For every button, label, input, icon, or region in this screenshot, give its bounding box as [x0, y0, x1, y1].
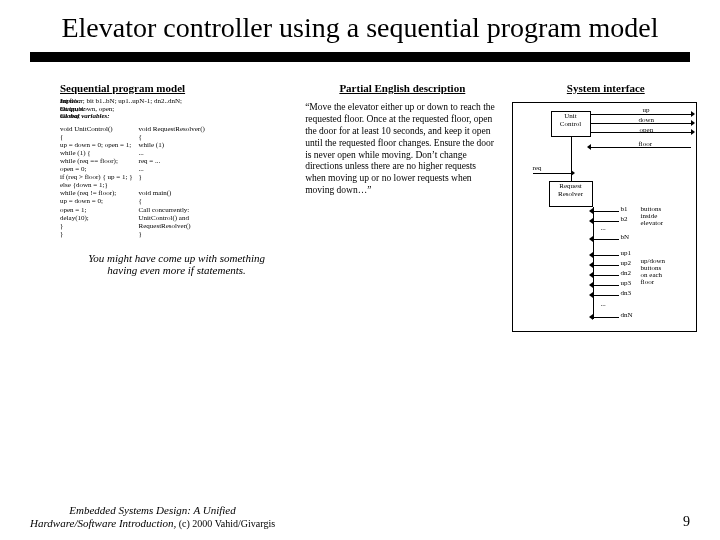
- label-up2: up2: [621, 260, 632, 267]
- wire-b2: [593, 221, 619, 222]
- title-rule-2: [30, 60, 690, 62]
- english-description-column: Partial English description “Move the el…: [303, 82, 501, 332]
- inputs-label: Inputs:: [60, 98, 81, 105]
- system-interface-column: System interface Unit Control Request Re…: [512, 82, 700, 332]
- label-dn2: dn2: [621, 270, 632, 277]
- sequential-model-column: Sequential program model Inputs: int flo…: [60, 82, 293, 332]
- label-req: req: [533, 165, 542, 172]
- label-up1: up1: [621, 250, 632, 257]
- wire-bN: [593, 239, 619, 240]
- wire-up: [591, 114, 691, 115]
- footer-line2: Hardware/Software Introduction,: [30, 517, 176, 529]
- wire-rr-bus: [593, 207, 594, 319]
- label-floor: floor: [639, 141, 653, 148]
- label-dn3: dn3: [621, 290, 632, 297]
- globals-label: Global variables:: [60, 113, 110, 120]
- sequential-heading: Sequential program model: [60, 82, 293, 94]
- wire-req-h: [533, 173, 571, 174]
- label-updn-dots: ...: [601, 301, 606, 308]
- footer-copyright: (c) 2000 Vahid/Givargis: [176, 518, 275, 529]
- unit-control-box: Unit Control: [551, 111, 591, 137]
- label-b1: b1: [621, 206, 628, 213]
- label-dnN: dnN: [621, 312, 633, 319]
- wire-up2: [593, 265, 619, 266]
- content-area: Sequential program model Inputs: int flo…: [0, 74, 720, 332]
- io-declarations: Inputs: int floor; bit b1..bN; up1..upN-…: [60, 98, 293, 121]
- label-up3: up3: [621, 280, 632, 287]
- label-up: up: [643, 107, 650, 114]
- code-unitcontrol: void UnitControl() { up = down = 0; open…: [60, 125, 133, 238]
- label-b2: b2: [621, 216, 628, 223]
- request-resolver-box: Request Resolver: [549, 181, 593, 207]
- slide-title: Elevator controller using a sequential p…: [0, 0, 720, 50]
- annot-updown-buttons: up/down buttons on each floor: [641, 258, 666, 286]
- partial-heading: Partial English description: [303, 82, 501, 94]
- title-rule: [30, 52, 690, 58]
- wire-dnN: [593, 317, 619, 318]
- code-block: void UnitControl() { up = down = 0; open…: [60, 125, 293, 238]
- footer-credit: Embedded Systems Design: A Unified Hardw…: [30, 504, 275, 530]
- wire-dn3: [593, 295, 619, 296]
- system-heading: System interface: [512, 82, 700, 94]
- label-open: open: [640, 127, 654, 134]
- wire-up1: [593, 255, 619, 256]
- label-b-dots: ...: [601, 225, 606, 232]
- english-description: “Move the elevator either up or down to …: [303, 98, 501, 197]
- wire-b1: [593, 211, 619, 212]
- system-diagram: Unit Control Request Resolver up down op…: [512, 102, 697, 332]
- footer-line1: Embedded Systems Design: A Unified: [69, 504, 235, 516]
- wire-up3: [593, 285, 619, 286]
- label-down: down: [639, 117, 655, 124]
- page-number: 9: [683, 514, 690, 530]
- author-note: You might have come up with something ha…: [60, 252, 293, 276]
- wire-dn2: [593, 275, 619, 276]
- annot-buttons-inside: buttons inside elevator: [641, 206, 664, 227]
- footer: Embedded Systems Design: A Unified Hardw…: [30, 504, 690, 530]
- label-bN: bN: [621, 234, 630, 241]
- code-requestresolver-main: void RequestResolver() { while (1) ... r…: [139, 125, 205, 238]
